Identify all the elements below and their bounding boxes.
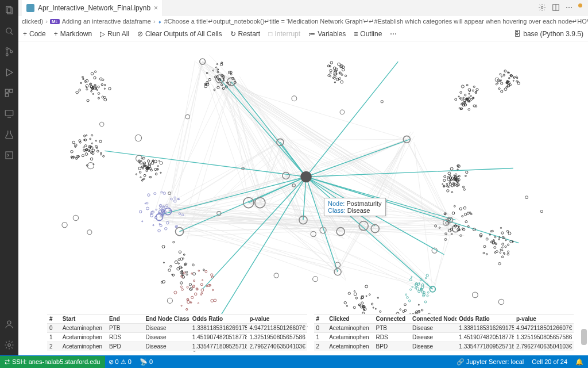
account-icon[interactable]: [3, 319, 15, 330]
svg-point-463: [175, 260, 177, 263]
restart-button[interactable]: ↻Restart: [230, 30, 261, 38]
svg-point-984: [334, 75, 336, 78]
svg-point-524: [181, 289, 184, 291]
svg-point-999: [330, 72, 331, 74]
table-row[interactable]: 0AcetaminophenPTBDisease1.33811853162691…: [314, 324, 574, 333]
svg-line-67: [249, 203, 431, 296]
ports-button[interactable]: 📡 0: [140, 358, 153, 366]
search-icon[interactable]: [3, 25, 15, 37]
svg-point-989: [342, 68, 345, 71]
tab-bar: Apr_Interactive_Network_Final.ipynb × ⋯: [18, 0, 588, 16]
interrupt-button[interactable]: □Interrupt: [268, 30, 300, 38]
testing-icon[interactable]: [3, 129, 15, 140]
tab-notebook[interactable]: Apr_Interactive_Network_Final.ipynb ×: [22, 0, 163, 16]
svg-point-1030: [62, 223, 67, 228]
svg-rect-9: [10, 89, 13, 92]
more-icon[interactable]: ⋯: [566, 3, 572, 13]
run-debug-icon[interactable]: [3, 67, 15, 78]
svg-point-675: [426, 274, 428, 277]
svg-point-806: [447, 185, 448, 187]
table-cell: 2: [314, 342, 327, 351]
svg-point-549: [216, 63, 218, 64]
svg-point-998: [330, 62, 333, 64]
scrollbar-thumb[interactable]: [581, 329, 587, 345]
svg-point-443: [171, 198, 172, 200]
svg-point-599: [344, 301, 346, 304]
svg-point-523: [212, 289, 214, 290]
run-all-button[interactable]: ▷Run All: [100, 30, 129, 38]
svg-point-485: [178, 263, 179, 264]
server-icon: 🗄: [514, 30, 521, 38]
table-cell: 1.4519074820518778: [190, 333, 247, 342]
svg-point-429: [146, 202, 148, 204]
svg-point-613: [404, 309, 407, 312]
add-code-button[interactable]: +Code: [23, 30, 46, 38]
remote-explorer-icon[interactable]: [3, 108, 15, 120]
extensions-icon[interactable]: [3, 87, 15, 99]
source-control-icon[interactable]: [3, 46, 15, 57]
notifications-icon[interactable]: 🔔: [575, 358, 583, 366]
table-row[interactable]: 1AcetaminophenRDSDisease1.45190748205187…: [47, 333, 307, 342]
svg-line-103: [198, 67, 455, 228]
table-cell: Acetaminophen: [327, 324, 373, 333]
table-row[interactable]: 1AcetaminophenRDSDisease1.45190748205187…: [314, 333, 574, 342]
problems-button[interactable]: ⊘ 0 ⚠ 0: [109, 358, 131, 366]
table-header: End Node Class: [143, 315, 189, 324]
svg-point-330: [92, 149, 95, 152]
svg-point-658: [425, 277, 426, 278]
more-button[interactable]: ⋯: [390, 30, 397, 38]
table-right[interactable]: #ClickedConnectedConnected Node ClasOdds…: [314, 314, 574, 355]
svg-point-753: [461, 103, 463, 105]
table-cell: BPD: [374, 342, 410, 351]
jupyter-server-button[interactable]: 🔗 Jupyter Server: local: [457, 358, 524, 366]
svg-point-799: [463, 189, 465, 190]
svg-point-5: [6, 53, 8, 56]
svg-point-471: [183, 254, 185, 256]
gear-icon[interactable]: [538, 3, 546, 13]
svg-point-306: [91, 72, 94, 75]
svg-point-708: [454, 205, 455, 207]
svg-point-295: [76, 91, 79, 94]
svg-point-517: [191, 273, 193, 274]
outline-button[interactable]: ≡Outline: [354, 30, 382, 38]
table-row[interactable]: 0AcetaminophenPTBDisease1.33811853162691…: [47, 324, 307, 333]
split-editor-icon[interactable]: [552, 3, 560, 13]
settings-gear-icon[interactable]: [3, 339, 15, 351]
svg-point-252: [200, 59, 206, 64]
table-left[interactable]: #StartEndEnd Node ClassOdds Ratiop-value…: [47, 314, 307, 355]
svg-point-715: [470, 95, 472, 97]
notebook-toolbar: +Code +Markdown ▷Run All ⊘Clear Outputs …: [18, 26, 588, 41]
explorer-icon[interactable]: [3, 5, 15, 16]
table-cell: RDS: [107, 333, 143, 342]
add-markdown-button[interactable]: +Markdown: [54, 30, 92, 38]
svg-point-745: [461, 85, 464, 88]
svg-point-329: [86, 135, 87, 136]
svg-point-347: [85, 153, 88, 156]
table-row[interactable]: 2AcetaminophenBPDDisease1.33547718095257…: [47, 342, 307, 351]
svg-point-863: [489, 234, 491, 236]
svg-point-787: [442, 183, 443, 185]
svg-point-796: [448, 187, 450, 188]
svg-point-852: [505, 240, 506, 241]
clear-outputs-button[interactable]: ⊘Clear Outputs of All Cells: [137, 30, 222, 38]
svg-point-14: [7, 321, 11, 324]
network-graph[interactable]: [18, 41, 588, 355]
jupyter-icon[interactable]: [3, 150, 15, 161]
breadcrumb[interactable]: clicked) › M↓ Adding an interactive data…: [18, 16, 588, 26]
svg-point-432: [140, 210, 142, 213]
svg-point-1009: [135, 135, 141, 141]
remote-indicator[interactable]: ⇄SSH: anes-nalab5.stanford.edu: [0, 356, 105, 368]
svg-point-582: [373, 307, 374, 308]
close-icon[interactable]: ×: [154, 4, 158, 12]
table-cell: 2.796274063504103€: [514, 342, 574, 351]
variables-button[interactable]: ≔Variables: [308, 30, 346, 38]
table-row[interactable]: 2AcetaminophenBPDDisease1.33547718095257…: [314, 342, 574, 351]
cell-position[interactable]: Cell 20 of 24: [532, 358, 567, 365]
svg-point-492: [168, 269, 171, 272]
svg-point-462: [180, 282, 183, 284]
kernel-selector[interactable]: 🗄base (Python 3.9.5): [514, 30, 583, 38]
table-cell: Disease: [143, 333, 189, 342]
svg-point-448: [160, 224, 162, 227]
play-icon: ▷: [100, 30, 105, 38]
svg-point-554: [215, 67, 216, 68]
